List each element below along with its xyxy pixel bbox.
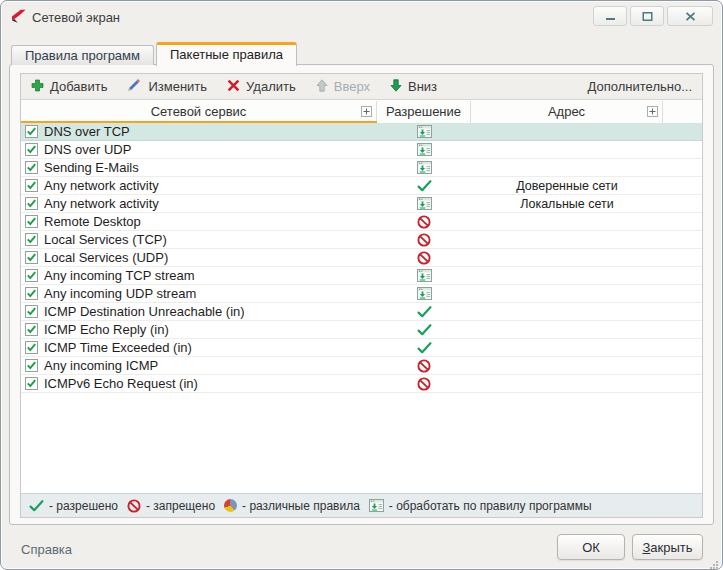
- expand-address-column-button[interactable]: [647, 106, 658, 117]
- column-header-service[interactable]: Сетевой сервис: [21, 101, 377, 123]
- rule-checkbox[interactable]: [25, 143, 38, 156]
- table-header: Сетевой сервис Разрешение Адрес: [21, 101, 702, 123]
- rule-checkbox[interactable]: [25, 377, 38, 390]
- allow-icon: [29, 500, 44, 512]
- rule-name: ICMP Echo Reply (in): [44, 322, 169, 337]
- rule-checkbox[interactable]: [25, 287, 38, 300]
- rule-checkbox[interactable]: [25, 161, 38, 174]
- deny-icon: [377, 377, 471, 391]
- rule-checkbox[interactable]: [25, 233, 38, 246]
- deny-icon: [377, 359, 471, 373]
- allow-icon: [377, 306, 471, 318]
- help-link[interactable]: Справка: [21, 542, 72, 557]
- titlebar: Сетевой экран: [1, 1, 722, 35]
- minimize-button[interactable]: [593, 6, 627, 26]
- ok-button[interactable]: ОК: [557, 534, 625, 560]
- program-rule-icon: [377, 287, 471, 300]
- mixed-rules-icon: [224, 499, 237, 512]
- table-row[interactable]: DNS over UDP: [21, 141, 702, 159]
- window-title: Сетевой экран: [32, 10, 120, 25]
- rules-list: DNS over TCPDNS over UDPSending E-MailsA…: [21, 123, 702, 493]
- deny-icon: [127, 499, 141, 513]
- rules-toolbar: Добавить Изменить Удалить Вверх Вниз: [21, 74, 702, 100]
- table-row[interactable]: Any network activityДоверенные сети: [21, 177, 702, 195]
- allow-icon: [377, 324, 471, 336]
- expand-service-column-button[interactable]: [361, 106, 372, 117]
- plus-icon: [31, 79, 44, 95]
- program-rule-icon: [377, 143, 471, 156]
- rule-name: ICMP Time Exceeded (in): [44, 340, 192, 355]
- program-rule-icon: [377, 125, 471, 138]
- table-row[interactable]: ICMP Echo Reply (in): [21, 321, 702, 339]
- rule-name: Any network activity: [44, 196, 159, 211]
- rule-name: ICMPv6 Echo Request (in): [44, 376, 198, 391]
- table-row[interactable]: Remote Desktop: [21, 213, 702, 231]
- deny-icon: [377, 251, 471, 265]
- maximize-button[interactable]: [630, 6, 664, 26]
- resize-grip[interactable]: [709, 556, 719, 566]
- table-row[interactable]: Any incoming UDP stream: [21, 285, 702, 303]
- rule-checkbox[interactable]: [25, 359, 38, 372]
- table-row[interactable]: Any incoming TCP stream: [21, 267, 702, 285]
- deny-icon: [377, 215, 471, 229]
- rule-name: DNS over UDP: [44, 142, 131, 157]
- rule-name: Remote Desktop: [44, 214, 141, 229]
- additional-button[interactable]: Дополнительно...: [588, 79, 692, 94]
- close-icon-button[interactable]: [667, 6, 713, 26]
- move-down-button[interactable]: Вниз: [390, 79, 437, 95]
- minimize-icon: [605, 9, 616, 24]
- move-up-button[interactable]: Вверх: [316, 79, 370, 95]
- deny-icon: [377, 233, 471, 247]
- rule-name: Any incoming UDP stream: [44, 286, 196, 301]
- arrow-down-icon: [390, 79, 402, 95]
- legend-item: - разрешено: [29, 499, 118, 513]
- legend-item: - запрещено: [127, 499, 215, 513]
- maximize-icon: [642, 9, 653, 24]
- packet-rules-panel: Добавить Изменить Удалить Вверх Вниз: [9, 64, 714, 525]
- close-button[interactable]: Закрыть: [632, 534, 703, 560]
- rule-checkbox[interactable]: [25, 251, 38, 264]
- edit-button[interactable]: Изменить: [127, 78, 207, 95]
- rule-name: Any network activity: [44, 178, 159, 193]
- program-rule-icon: [377, 269, 471, 282]
- table-row[interactable]: Any incoming ICMP: [21, 357, 702, 375]
- rule-name: ICMP Destination Unreachable (in): [44, 304, 245, 319]
- rule-name: Any incoming TCP stream: [44, 268, 195, 283]
- table-row[interactable]: ICMPv6 Echo Request (in): [21, 375, 702, 393]
- legend-label: - обработать по правилу программы: [389, 499, 592, 513]
- table-row[interactable]: Local Services (UDP): [21, 249, 702, 267]
- rule-address: Локальные сети: [471, 197, 663, 211]
- arrow-up-icon: [316, 79, 328, 95]
- rule-checkbox[interactable]: [25, 197, 38, 210]
- delete-button[interactable]: Удалить: [227, 79, 296, 95]
- column-header-address[interactable]: Адрес: [471, 101, 663, 123]
- add-button[interactable]: Добавить: [31, 79, 107, 95]
- rule-checkbox[interactable]: [25, 323, 38, 336]
- table-row[interactable]: Sending E-Mails: [21, 159, 702, 177]
- program-rule-icon: [369, 499, 384, 512]
- rule-checkbox[interactable]: [25, 341, 38, 354]
- table-row[interactable]: Any network activityЛокальные сети: [21, 195, 702, 213]
- tab-packet-rules[interactable]: Пакетные правила: [156, 42, 297, 66]
- rule-checkbox[interactable]: [25, 215, 38, 228]
- table-row[interactable]: ICMP Destination Unreachable (in): [21, 303, 702, 321]
- allow-icon: [377, 342, 471, 354]
- column-header-permission[interactable]: Разрешение: [377, 101, 471, 123]
- rule-name: Local Services (UDP): [44, 250, 168, 265]
- table-row[interactable]: ICMP Time Exceeded (in): [21, 339, 702, 357]
- rule-checkbox[interactable]: [25, 125, 38, 138]
- rules-table: Добавить Изменить Удалить Вверх Вниз: [20, 73, 703, 518]
- rule-checkbox[interactable]: [25, 269, 38, 282]
- legend-label: - разрешено: [49, 499, 118, 513]
- rule-address: Доверенные сети: [471, 179, 663, 193]
- program-rule-icon: [377, 161, 471, 174]
- table-row[interactable]: Local Services (TCP): [21, 231, 702, 249]
- tab-program-rules[interactable]: Правила программ: [11, 45, 154, 65]
- rule-checkbox[interactable]: [25, 179, 38, 192]
- table-row[interactable]: DNS over TCP: [21, 123, 702, 141]
- firewall-dialog: Сетевой экран Правила программ Пакетные …: [0, 0, 723, 570]
- rule-name: Local Services (TCP): [44, 232, 167, 247]
- rule-name: Any incoming ICMP: [44, 358, 158, 373]
- column-header-empty: [663, 101, 702, 123]
- rule-checkbox[interactable]: [25, 305, 38, 318]
